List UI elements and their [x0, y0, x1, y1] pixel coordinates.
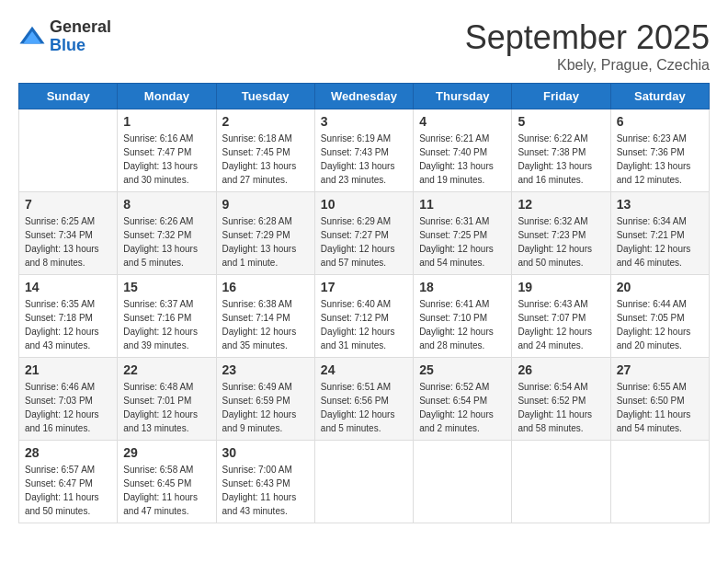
- calendar-cell: 23Sunrise: 6:49 AMSunset: 6:59 PMDayligh…: [216, 358, 314, 441]
- calendar-cell: 24Sunrise: 6:51 AMSunset: 6:56 PMDayligh…: [314, 358, 413, 441]
- calendar-cell: 11Sunrise: 6:31 AMSunset: 7:25 PMDayligh…: [414, 192, 512, 275]
- calendar-cell: 7Sunrise: 6:25 AMSunset: 7:34 PMDaylight…: [19, 192, 118, 275]
- calendar-cell: 10Sunrise: 6:29 AMSunset: 7:27 PMDayligh…: [314, 192, 413, 275]
- calendar-cell: [19, 109, 118, 192]
- calendar-cell: 1Sunrise: 6:16 AMSunset: 7:47 PMDaylight…: [118, 109, 216, 192]
- calendar-cell: 4Sunrise: 6:21 AMSunset: 7:40 PMDaylight…: [414, 109, 512, 192]
- day-info: Sunrise: 6:54 AMSunset: 6:52 PMDaylight:…: [518, 380, 604, 435]
- calendar-cell: [512, 441, 610, 523]
- day-info: Sunrise: 6:25 AMSunset: 7:34 PMDaylight:…: [25, 214, 111, 270]
- day-number: 23: [222, 362, 309, 377]
- day-number: 26: [518, 362, 604, 377]
- day-number: 16: [222, 280, 309, 294]
- day-header-friday: Friday: [512, 84, 610, 109]
- calendar-cell: 3Sunrise: 6:19 AMSunset: 7:43 PMDaylight…: [314, 109, 413, 192]
- day-number: 28: [25, 445, 111, 460]
- calendar-week-row: 21Sunrise: 6:46 AMSunset: 7:03 PMDayligh…: [19, 358, 710, 441]
- calendar-cell: 30Sunrise: 7:00 AMSunset: 6:43 PMDayligh…: [216, 441, 314, 523]
- day-info: Sunrise: 6:34 AMSunset: 7:21 PMDaylight:…: [617, 214, 703, 270]
- day-number: 11: [419, 197, 506, 212]
- day-number: 7: [25, 197, 111, 212]
- day-info: Sunrise: 6:49 AMSunset: 6:59 PMDaylight:…: [222, 380, 309, 435]
- day-info: Sunrise: 6:16 AMSunset: 7:47 PMDaylight:…: [123, 132, 210, 187]
- day-number: 21: [25, 362, 111, 377]
- logo-text: General Blue: [50, 18, 111, 55]
- day-number: 25: [419, 362, 506, 377]
- title-section: September 2025 Kbely, Prague, Czechia: [465, 18, 710, 74]
- month-title: September 2025: [465, 18, 710, 57]
- day-number: 29: [123, 445, 210, 460]
- day-info: Sunrise: 6:44 AMSunset: 7:05 PMDaylight:…: [617, 297, 703, 352]
- calendar-cell: 20Sunrise: 6:44 AMSunset: 7:05 PMDayligh…: [610, 275, 709, 358]
- day-info: Sunrise: 6:58 AMSunset: 6:45 PMDaylight:…: [123, 463, 210, 518]
- calendar-cell: 14Sunrise: 6:35 AMSunset: 7:18 PMDayligh…: [19, 275, 118, 358]
- logo-blue-text: Blue: [50, 37, 111, 55]
- day-header-thursday: Thursday: [414, 84, 512, 109]
- day-info: Sunrise: 6:31 AMSunset: 7:25 PMDaylight:…: [419, 214, 506, 270]
- day-number: 30: [222, 445, 309, 460]
- day-number: 18: [419, 280, 506, 294]
- day-number: 2: [222, 114, 309, 129]
- calendar-week-row: 1Sunrise: 6:16 AMSunset: 7:47 PMDaylight…: [19, 109, 710, 192]
- calendar-cell: 21Sunrise: 6:46 AMSunset: 7:03 PMDayligh…: [19, 358, 118, 441]
- day-info: Sunrise: 6:40 AMSunset: 7:12 PMDaylight:…: [321, 297, 407, 352]
- logo: General Blue: [18, 18, 111, 55]
- day-number: 17: [321, 280, 407, 294]
- calendar-cell: [610, 441, 709, 523]
- day-header-monday: Monday: [118, 84, 216, 109]
- calendar-cell: [414, 441, 512, 523]
- day-info: Sunrise: 7:00 AMSunset: 6:43 PMDaylight:…: [222, 463, 309, 518]
- calendar-week-row: 7Sunrise: 6:25 AMSunset: 7:34 PMDaylight…: [19, 192, 710, 275]
- day-number: 19: [518, 280, 604, 294]
- day-number: 9: [222, 197, 309, 212]
- day-number: 10: [321, 197, 407, 212]
- day-info: Sunrise: 6:19 AMSunset: 7:43 PMDaylight:…: [321, 132, 407, 187]
- day-info: Sunrise: 6:48 AMSunset: 7:01 PMDaylight:…: [123, 380, 210, 435]
- day-number: 15: [123, 280, 210, 294]
- calendar-header-row: SundayMondayTuesdayWednesdayThursdayFrid…: [19, 84, 710, 109]
- location: Kbely, Prague, Czechia: [465, 57, 710, 74]
- day-info: Sunrise: 6:29 AMSunset: 7:27 PMDaylight:…: [321, 214, 407, 270]
- day-info: Sunrise: 6:22 AMSunset: 7:38 PMDaylight:…: [518, 132, 604, 187]
- calendar-cell: 17Sunrise: 6:40 AMSunset: 7:12 PMDayligh…: [314, 275, 413, 358]
- calendar-cell: 16Sunrise: 6:38 AMSunset: 7:14 PMDayligh…: [216, 275, 314, 358]
- day-number: 4: [419, 114, 506, 129]
- calendar-table: SundayMondayTuesdayWednesdayThursdayFrid…: [18, 83, 710, 523]
- day-info: Sunrise: 6:18 AMSunset: 7:45 PMDaylight:…: [222, 132, 309, 187]
- day-info: Sunrise: 6:35 AMSunset: 7:18 PMDaylight:…: [25, 297, 111, 352]
- day-header-saturday: Saturday: [610, 84, 709, 109]
- day-number: 5: [518, 114, 604, 129]
- day-number: 27: [617, 362, 703, 377]
- day-info: Sunrise: 6:51 AMSunset: 6:56 PMDaylight:…: [321, 380, 407, 435]
- calendar-cell: 27Sunrise: 6:55 AMSunset: 6:50 PMDayligh…: [610, 358, 709, 441]
- calendar-cell: 8Sunrise: 6:26 AMSunset: 7:32 PMDaylight…: [118, 192, 216, 275]
- day-number: 14: [25, 280, 111, 294]
- day-info: Sunrise: 6:21 AMSunset: 7:40 PMDaylight:…: [419, 132, 506, 187]
- calendar-cell: 6Sunrise: 6:23 AMSunset: 7:36 PMDaylight…: [610, 109, 709, 192]
- calendar-cell: 25Sunrise: 6:52 AMSunset: 6:54 PMDayligh…: [414, 358, 512, 441]
- calendar-cell: 2Sunrise: 6:18 AMSunset: 7:45 PMDaylight…: [216, 109, 314, 192]
- day-number: 20: [617, 280, 703, 294]
- calendar-cell: 19Sunrise: 6:43 AMSunset: 7:07 PMDayligh…: [512, 275, 610, 358]
- calendar-cell: 22Sunrise: 6:48 AMSunset: 7:01 PMDayligh…: [118, 358, 216, 441]
- calendar-cell: 26Sunrise: 6:54 AMSunset: 6:52 PMDayligh…: [512, 358, 610, 441]
- calendar-cell: 28Sunrise: 6:57 AMSunset: 6:47 PMDayligh…: [19, 441, 118, 523]
- day-info: Sunrise: 6:57 AMSunset: 6:47 PMDaylight:…: [25, 463, 111, 518]
- calendar-week-row: 14Sunrise: 6:35 AMSunset: 7:18 PMDayligh…: [19, 275, 710, 358]
- calendar-cell: 12Sunrise: 6:32 AMSunset: 7:23 PMDayligh…: [512, 192, 610, 275]
- day-info: Sunrise: 6:26 AMSunset: 7:32 PMDaylight:…: [123, 214, 210, 270]
- calendar-cell: 13Sunrise: 6:34 AMSunset: 7:21 PMDayligh…: [610, 192, 709, 275]
- day-info: Sunrise: 6:52 AMSunset: 6:54 PMDaylight:…: [419, 380, 506, 435]
- calendar-week-row: 28Sunrise: 6:57 AMSunset: 6:47 PMDayligh…: [19, 441, 710, 523]
- logo-general-text: General: [50, 18, 111, 37]
- day-info: Sunrise: 6:46 AMSunset: 7:03 PMDaylight:…: [25, 380, 111, 435]
- day-info: Sunrise: 6:32 AMSunset: 7:23 PMDaylight:…: [518, 214, 604, 270]
- day-header-sunday: Sunday: [19, 84, 118, 109]
- day-number: 3: [321, 114, 407, 129]
- calendar-cell: 18Sunrise: 6:41 AMSunset: 7:10 PMDayligh…: [414, 275, 512, 358]
- day-number: 8: [123, 197, 210, 212]
- calendar-cell: 9Sunrise: 6:28 AMSunset: 7:29 PMDaylight…: [216, 192, 314, 275]
- day-header-wednesday: Wednesday: [314, 84, 413, 109]
- day-info: Sunrise: 6:38 AMSunset: 7:14 PMDaylight:…: [222, 297, 309, 352]
- page-header: General Blue September 2025 Kbely, Pragu…: [18, 18, 710, 74]
